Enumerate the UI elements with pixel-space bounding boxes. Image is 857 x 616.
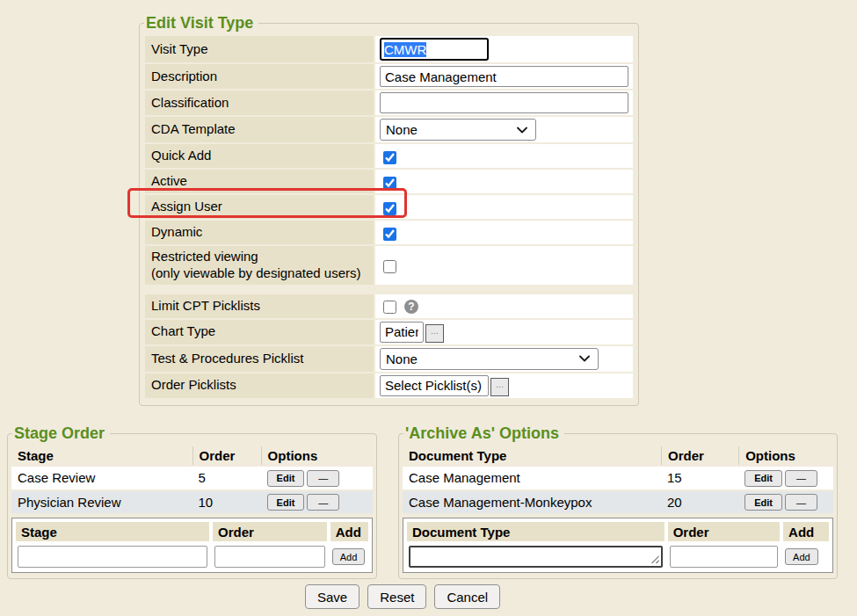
visit-type-label: Visit Type	[145, 36, 374, 62]
order-picklists-input[interactable]	[380, 375, 489, 396]
add-column-add: Add	[330, 522, 368, 541]
assign-user-label: Assign User	[145, 195, 374, 219]
stage-order-title: Stage Order	[12, 424, 110, 443]
row-test-procedures-picklist: Test & Procedures Picklist None	[145, 346, 633, 372]
row-description: Description	[145, 64, 633, 89]
add-header-row: Stage Order Add	[16, 522, 368, 541]
add-column-add: Add	[783, 522, 829, 541]
description-label: Description	[145, 64, 374, 89]
options-cell: Edit—	[261, 491, 373, 514]
stage-cell: Physician Review	[11, 491, 192, 514]
test-procedures-selected-option: None	[386, 351, 418, 366]
add-input-row: Add	[407, 545, 829, 569]
assign-user-checkbox[interactable]	[383, 202, 396, 215]
row-chart-type: Chart Type ...	[145, 320, 633, 344]
order-picklists-picker-button[interactable]: ...	[490, 378, 509, 396]
selected-text: CMWR	[384, 42, 426, 57]
limit-cpt-picklists-label: Limit CPT Picklists	[145, 294, 374, 318]
table-row: Case Management-Monkeypox 20 Edit—	[403, 491, 833, 514]
chart-type-input[interactable]	[380, 322, 424, 343]
dynamic-checkbox[interactable]	[383, 228, 396, 241]
active-label: Active	[145, 170, 374, 193]
row-assign-user: Assign User	[145, 195, 633, 219]
save-button[interactable]: Save	[305, 584, 360, 609]
chart-type-picker-button[interactable]: ...	[425, 324, 444, 343]
order-cell: 10	[192, 491, 261, 514]
edit-visit-type-section: Edit Visit Type Visit Type CMWR Descript…	[139, 14, 639, 406]
row-classification: Classification	[145, 91, 633, 115]
column-header-options: Options	[738, 446, 833, 465]
remove-button[interactable]: —	[307, 470, 339, 487]
remove-button[interactable]: —	[785, 494, 817, 511]
edit-button[interactable]: Edit	[744, 494, 782, 511]
restricted-viewing-label: Restricted viewing (only viewable by des…	[145, 246, 374, 285]
cancel-button[interactable]: Cancel	[434, 584, 500, 609]
column-header-order: Order	[661, 446, 738, 465]
document-type-cell: Case Management-Monkeypox	[403, 491, 661, 514]
visit-type-input[interactable]: CMWR	[380, 38, 489, 61]
edit-button[interactable]: Edit	[267, 494, 305, 511]
add-column-stage: Stage	[16, 522, 209, 541]
edit-visit-type-form: Visit Type CMWR Description Classificati…	[143, 34, 635, 400]
active-checkbox[interactable]	[383, 177, 396, 190]
stage-order-table: Stage Order Options Case Review 5 Edit— …	[11, 445, 373, 515]
help-icon[interactable]: ?	[404, 300, 418, 314]
row-visit-type: Visit Type CMWR	[145, 36, 633, 62]
reset-button[interactable]: Reset	[367, 584, 426, 609]
limit-cpt-picklists-checkbox[interactable]	[383, 301, 396, 314]
edit-visit-type-title: Edit Visit Type	[144, 14, 258, 33]
add-document-type-button[interactable]: Add	[785, 548, 818, 565]
cda-template-selected-option: None	[386, 122, 418, 137]
archive-as-add-table: Document Type Order Add Add	[403, 518, 833, 573]
row-cda-template: CDA Template None	[145, 117, 633, 142]
description-input[interactable]	[380, 66, 628, 87]
add-stage-button[interactable]: Add	[332, 548, 366, 565]
row-restricted-viewing: Restricted viewing (only viewable by des…	[145, 246, 633, 285]
add-column-order: Order	[668, 522, 780, 541]
remove-button[interactable]: —	[785, 470, 817, 487]
order-cell: 20	[661, 491, 738, 514]
row-active: Active	[145, 170, 633, 193]
restricted-viewing-note: (only viewable by designated users)	[151, 265, 367, 282]
edit-button[interactable]: Edit	[267, 470, 305, 487]
options-cell: Edit—	[738, 467, 833, 489]
options-cell: Edit—	[738, 491, 833, 514]
column-header-stage: Stage	[11, 446, 192, 465]
row-order-picklists: Order Picklists ...	[145, 373, 633, 398]
row-dynamic: Dynamic	[145, 221, 633, 244]
restricted-viewing-checkbox[interactable]	[383, 260, 396, 273]
new-document-order-input[interactable]	[670, 546, 778, 568]
classification-input[interactable]	[380, 92, 628, 113]
chevron-down-icon	[517, 127, 527, 134]
add-column-order: Order	[213, 522, 327, 541]
edit-button[interactable]: Edit	[744, 470, 782, 487]
order-picklists-label: Order Picklists	[145, 373, 374, 398]
stage-order-add-table: Stage Order Add Add	[11, 518, 373, 573]
chevron-down-icon	[579, 355, 590, 362]
document-type-cell: Case Management	[403, 467, 661, 489]
archive-as-options-section: 'Archive As' Options Document Type Order…	[398, 424, 838, 579]
table-row: Case Review 5 Edit—	[11, 467, 373, 489]
order-cell: 15	[661, 467, 738, 489]
options-cell: Edit—	[261, 467, 373, 489]
row-limit-cpt-picklists: Limit CPT Picklists ?	[145, 294, 633, 318]
chart-type-label: Chart Type	[145, 320, 374, 344]
new-stage-order-input[interactable]	[214, 546, 325, 568]
archive-as-header-row: Document Type Order Options	[403, 446, 833, 465]
stage-order-header-row: Stage Order Options	[11, 446, 373, 465]
archive-as-table: Document Type Order Options Case Managem…	[403, 445, 833, 515]
cda-template-label: CDA Template	[145, 117, 374, 142]
new-stage-input[interactable]	[18, 546, 207, 568]
test-procedures-picklist-select[interactable]: None	[380, 348, 599, 370]
form-actions: Save Reset Cancel	[305, 584, 500, 609]
new-document-type-input[interactable]	[409, 546, 663, 568]
form-spacer-row	[145, 286, 633, 293]
cda-template-select[interactable]: None	[380, 119, 536, 141]
remove-button[interactable]: —	[307, 494, 339, 511]
stage-order-section: Stage Order Stage Order Options Case Rev…	[7, 424, 377, 579]
table-row: Case Management 15 Edit—	[403, 467, 833, 489]
stage-cell: Case Review	[11, 467, 192, 489]
quick-add-checkbox[interactable]	[383, 151, 396, 164]
column-header-options: Options	[261, 446, 373, 465]
add-input-row: Add	[16, 545, 368, 569]
